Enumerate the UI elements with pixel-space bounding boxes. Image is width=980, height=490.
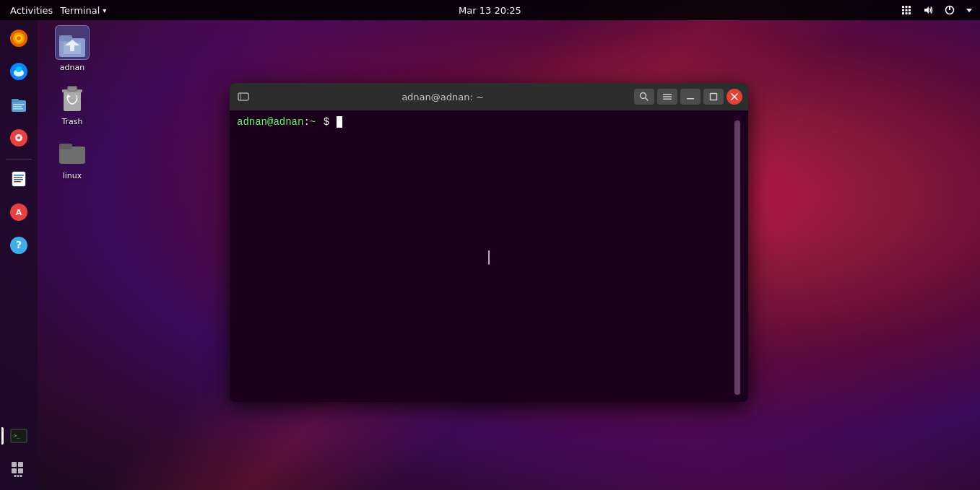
svg-rect-31 [14,179,23,180]
svg-point-27 [17,136,20,139]
svg-rect-66 [687,98,694,100]
svg-rect-23 [13,106,22,108]
terminal-window: adnan@adnan: ~ [230,83,748,402]
terminal-maximize-button[interactable] [703,89,724,105]
svg-line-62 [646,98,649,101]
terminal-scrollbar[interactable] [734,116,741,396]
terminal-scrollbar-thumb [734,121,740,395]
svg-rect-3 [902,9,904,12]
trash-icon [55,79,90,114]
svg-rect-43 [18,468,23,473]
svg-marker-9 [924,6,929,14]
topbar: Activities Terminal ▾ Mar 13 20:25 [0,0,980,20]
svg-rect-46 [20,475,22,477]
svg-rect-45 [17,475,19,477]
prompt-tilde: ~ [310,116,316,128]
desktop-icon-linux[interactable]: linux [43,134,101,180]
svg-rect-7 [906,12,908,14]
svg-rect-40 [12,462,17,467]
sidebar-item-libreoffice[interactable] [4,164,34,194]
prompt-colon: : [303,116,309,128]
linux-folder-icon [55,134,90,168]
terminal-body[interactable]: adnan@adnan : ~ $ | [230,110,748,402]
sidebar-divider [6,159,32,159]
svg-rect-0 [902,6,904,8]
svg-rect-30 [14,177,22,178]
sidebar-item-software[interactable]: A [4,197,34,227]
svg-point-19 [16,66,22,72]
terminal-close-button[interactable] [727,89,742,105]
sidebar-item-rhythmbox[interactable] [4,123,34,153]
system-menu-arrow[interactable] [964,5,974,15]
svg-rect-41 [18,462,23,467]
svg-rect-51 [70,45,74,51]
svg-rect-48 [59,35,72,41]
power-icon[interactable] [942,3,957,17]
svg-rect-4 [906,9,908,12]
svg-rect-42 [12,468,17,473]
terminal-menu-button[interactable] [657,89,677,105]
trash-label: Trash [61,117,82,126]
sidebar-item-apps-grid[interactable] [4,454,34,484]
svg-rect-5 [909,9,911,12]
svg-rect-22 [13,104,25,105]
terminal-prompt-line: adnan@adnan : ~ $ [237,116,734,128]
svg-rect-32 [14,181,21,183]
svg-marker-12 [966,9,972,12]
activities-button[interactable]: Activities [6,5,57,16]
terminal-content: adnan@adnan : ~ $ | [237,116,734,396]
svg-rect-64 [663,96,672,97]
home-folder-icon [55,25,90,60]
desktop: Activities Terminal ▾ Mar 13 20:25 [0,0,980,490]
svg-rect-2 [909,6,911,8]
desktop-icon-home[interactable]: adnan [43,25,101,72]
terminal-menu-arrow: ▾ [103,6,106,14]
svg-rect-21 [12,99,19,102]
desktop-icon-trash[interactable]: Trash [43,79,101,126]
topbar-right [899,3,974,17]
sidebar-item-firefox[interactable] [4,23,34,53]
desktop-icons: adnan Trash [43,25,101,180]
sidebar-item-help[interactable]: ? [4,230,34,261]
terminal-menu-label: Terminal [60,5,100,16]
titlebar-left [235,89,251,105]
svg-rect-52 [64,91,81,111]
svg-rect-44 [14,475,17,477]
terminal-title: adnan@adnan: ~ [251,92,634,102]
svg-text:>_: >_ [14,433,20,439]
home-folder-label: adnan [60,63,84,72]
terminal-minimize-button[interactable] [680,89,701,105]
svg-rect-24 [13,108,23,110]
svg-rect-67 [711,94,717,100]
linux-folder-label: linux [63,171,82,180]
svg-rect-65 [663,99,672,100]
svg-rect-29 [14,175,24,176]
terminal-search-button[interactable] [634,89,654,105]
prompt-username: adnan@adnan [237,116,303,128]
terminal-menu[interactable]: Terminal ▾ [60,5,106,16]
sidebar-item-terminal[interactable]: >_ [4,421,34,451]
svg-rect-58 [59,144,72,149]
topbar-datetime: Mar 13 20:25 [459,5,521,16]
svg-rect-1 [906,6,908,8]
svg-point-16 [17,36,21,40]
new-tab-icon[interactable] [235,89,251,105]
sidebar-item-thunderbird[interactable] [4,56,34,87]
terminal-titlebar: adnan@adnan: ~ [230,83,748,110]
network-icon[interactable] [899,3,914,17]
svg-rect-63 [663,94,672,95]
sound-icon[interactable] [921,3,935,17]
svg-rect-6 [902,12,904,14]
titlebar-controls [634,89,742,105]
sidebar-item-files[interactable] [4,89,34,120]
svg-text:A: A [16,208,22,217]
sidebar: A ? >_ [0,20,38,490]
svg-rect-59 [238,93,248,100]
topbar-left: Activities Terminal ▾ [6,5,106,16]
svg-text:?: ? [16,239,22,250]
svg-rect-8 [909,12,911,14]
terminal-cursor [337,116,342,128]
terminal-text-cursor: | [485,248,493,265]
prompt-dollar: $ [317,116,335,128]
